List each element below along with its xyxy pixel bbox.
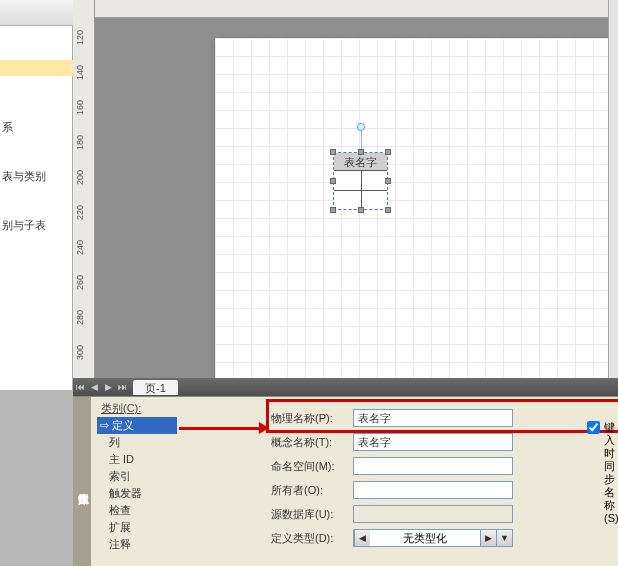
- resize-handle[interactable]: [385, 178, 391, 184]
- page-tab-bar: ⏮ ◀ ▶ ⏭ 页-1: [73, 378, 618, 396]
- table-entity-shape[interactable]: 表名字: [333, 152, 388, 210]
- vertical-ruler: 300 280 260 240 220 200 180 160 140 120: [73, 0, 95, 390]
- physical-name-label: 物理名称(P):: [271, 411, 353, 426]
- combo-next-icon[interactable]: ▶: [480, 530, 496, 546]
- source-db-label: 源数据库(U):: [271, 507, 353, 522]
- concept-name-label: 概念名称(T):: [271, 435, 353, 450]
- sync-checkbox-label: 键入时同步名称(S): [604, 421, 618, 525]
- stencil-item[interactable]: 别与子表: [0, 218, 68, 233]
- resize-handle[interactable]: [385, 149, 391, 155]
- physical-name-input[interactable]: [353, 409, 513, 427]
- tab-first-icon[interactable]: ⏮: [73, 380, 87, 394]
- tree-item[interactable]: 触发器: [109, 485, 177, 502]
- tree-item[interactable]: 注释: [109, 536, 177, 553]
- owner-label: 所有者(O):: [271, 483, 353, 498]
- combo-prev-icon[interactable]: ◀: [354, 530, 370, 546]
- horizontal-ruler: [95, 0, 618, 18]
- drawing-page[interactable]: 表名字: [215, 38, 615, 378]
- entity-body[interactable]: [334, 171, 387, 209]
- definition-type-value: 无类型化: [370, 531, 480, 546]
- sync-checkbox-input[interactable]: [587, 421, 600, 434]
- annotation-arrow: [179, 421, 269, 435]
- source-db-input: [353, 505, 513, 523]
- namespace-input[interactable]: [353, 457, 513, 475]
- category-tree[interactable]: ⇨ 定义 列 主 ID 索引 触发器 检查 扩展 注释: [97, 417, 177, 557]
- owner-input[interactable]: [353, 481, 513, 499]
- tab-last-icon[interactable]: ⏭: [115, 380, 129, 394]
- tab-prev-icon[interactable]: ◀: [87, 380, 101, 394]
- connector-handle[interactable]: [357, 123, 365, 131]
- namespace-label: 命名空间(M):: [271, 459, 353, 474]
- resize-handle[interactable]: [358, 207, 364, 213]
- definition-type-combo[interactable]: ◀ 无类型化 ▶ ▼: [353, 529, 513, 547]
- definition-type-label: 定义类型(D):: [271, 531, 353, 546]
- sync-names-checkbox[interactable]: 键入时同步名称(S): [587, 421, 618, 525]
- tree-item[interactable]: 列: [109, 434, 177, 451]
- stencil-panel: 系 表与类别 别与子表: [0, 0, 73, 390]
- page-tab[interactable]: 页-1: [133, 380, 178, 395]
- tree-item[interactable]: 检查: [109, 502, 177, 519]
- resize-handle[interactable]: [385, 207, 391, 213]
- tree-item[interactable]: 主 ID: [109, 451, 177, 468]
- resize-handle[interactable]: [358, 149, 364, 155]
- stencil-toolbar: [0, 0, 73, 26]
- resize-handle[interactable]: [330, 207, 336, 213]
- vertical-scrollbar[interactable]: [608, 0, 618, 390]
- entity-title[interactable]: 表名字: [334, 153, 387, 171]
- tree-item[interactable]: 索引: [109, 468, 177, 485]
- properties-side-tab[interactable]: 数据库属性: [73, 397, 91, 566]
- resize-handle[interactable]: [330, 149, 336, 155]
- stencil-list: 系 表与类别 别与子表: [0, 120, 68, 267]
- resize-handle[interactable]: [330, 178, 336, 184]
- definition-form: 物理名称(P): 概念名称(T): 命名空间(M): 所有者(O): 源数据库(…: [271, 407, 610, 556]
- tree-item[interactable]: 扩展: [109, 519, 177, 536]
- tab-next-icon[interactable]: ▶: [101, 380, 115, 394]
- stencil-item[interactable]: 系: [0, 120, 68, 135]
- database-properties-panel: 数据库属性 类别(C): ⇨ 定义 列 主 ID 索引 触发器 检查 扩展 注释…: [73, 396, 618, 566]
- stencil-item[interactable]: 表与类别: [0, 169, 68, 184]
- canvas-area[interactable]: 表名字: [95, 18, 608, 380]
- tree-item-definition[interactable]: ⇨ 定义: [97, 417, 177, 434]
- stencil-selected-item[interactable]: [0, 60, 73, 76]
- concept-name-input[interactable]: [353, 433, 513, 451]
- combo-dropdown-icon[interactable]: ▼: [496, 530, 512, 546]
- category-label: 类别(C):: [101, 401, 141, 416]
